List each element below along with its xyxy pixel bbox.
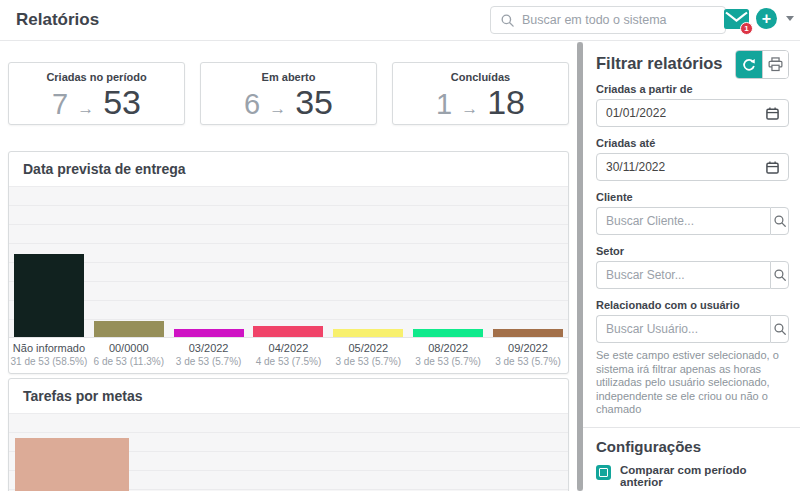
date-field-criadas-ate[interactable] xyxy=(596,153,789,181)
chevron-down-icon[interactable] xyxy=(786,16,794,21)
search-icon xyxy=(773,214,787,228)
category-label: 00/0000 xyxy=(89,342,169,354)
category-label: 03/2022 xyxy=(169,342,249,354)
field-label-criadas-ate: Criadas até xyxy=(596,137,789,149)
search-icon xyxy=(773,268,787,282)
bar-04-2022 xyxy=(253,326,323,337)
date-input-criadas-a-partir[interactable] xyxy=(606,106,766,120)
category-sublabel: 3 de 53 (5.7%) xyxy=(408,356,488,367)
field-label-criadas-a-partir: Criadas a partir de xyxy=(596,83,789,95)
search-field-setor xyxy=(596,261,789,289)
category-sublabel: 6 de 53 (11.3%) xyxy=(89,356,169,367)
category-sublabel: 31 de 53 (58.5%) xyxy=(9,356,89,367)
field-label-relacionado-usuario: Relacionado com o usuário xyxy=(596,299,789,311)
messages-icon[interactable]: 1 xyxy=(724,9,749,29)
app-window: Relatórios 1 + Criadas no perí xyxy=(0,0,800,491)
bar-05-2022 xyxy=(333,329,403,337)
date-field-criadas-a-partir[interactable] xyxy=(596,99,789,127)
bar-09-2022 xyxy=(493,329,563,337)
main-content: Criadas no período 7 → 53 Em aberto 6 → … xyxy=(0,42,577,491)
category-label: 05/2022 xyxy=(328,342,408,354)
stat-card-criadas: Criadas no período 7 → 53 xyxy=(8,62,185,125)
cliente-search-button[interactable] xyxy=(770,207,789,235)
compare-period-option: Comparar com período anterior Ao marcar … xyxy=(596,464,789,491)
stat-cards-row: Criadas no período 7 → 53 Em aberto 6 → … xyxy=(8,62,569,125)
usuario-search-input[interactable] xyxy=(596,315,770,343)
refresh-button[interactable] xyxy=(736,51,762,78)
sidebar-divider xyxy=(583,427,800,428)
category-sublabel: 3 de 53 (5.7%) xyxy=(488,356,568,367)
category-label: 04/2022 xyxy=(249,342,329,354)
compare-period-label[interactable]: Comparar com período anterior xyxy=(620,464,789,488)
search-icon xyxy=(500,13,515,28)
tarefas-bar xyxy=(15,438,129,491)
chart-title: Data prevista de entrega xyxy=(9,152,568,187)
search-field-cliente xyxy=(596,207,789,235)
search-field-usuario xyxy=(596,315,789,343)
category-sublabel: 3 de 53 (5.7%) xyxy=(328,356,408,367)
usuario-help-text: Se este campo estiver selecionado, o sis… xyxy=(596,349,789,417)
printer-icon xyxy=(768,57,783,72)
top-header: Relatórios 1 + xyxy=(0,0,800,41)
bar-00-0000 xyxy=(94,321,164,337)
stat-current-value: 18 xyxy=(487,83,525,122)
chart-title: Tarefas por metas xyxy=(9,379,568,414)
search-icon xyxy=(773,322,787,336)
category-label: Não informado xyxy=(9,342,89,354)
setor-search-input[interactable] xyxy=(596,261,770,289)
global-search-input[interactable] xyxy=(522,13,716,27)
field-label-cliente: Cliente xyxy=(596,191,789,203)
stat-card-label: Criadas no período xyxy=(9,71,184,83)
stat-card-label: Concluídas xyxy=(393,71,568,83)
stat-card-em-aberto: Em aberto 6 → 35 xyxy=(200,62,377,125)
stat-card-label: Em aberto xyxy=(201,71,376,83)
stat-card-concluidas: Concluídas 1 → 18 xyxy=(392,62,569,125)
category-label: 08/2022 xyxy=(408,342,488,354)
category-label: 09/2022 xyxy=(488,342,568,354)
bar-03-2022 xyxy=(174,329,244,337)
stat-current-value: 53 xyxy=(103,83,141,122)
add-button[interactable]: + xyxy=(756,8,777,29)
stat-previous-value: 6 xyxy=(244,88,260,121)
field-label-setor: Setor xyxy=(596,245,789,257)
global-search[interactable] xyxy=(490,6,726,34)
arrow-right-icon: → xyxy=(269,99,286,119)
chart-panel-tarefas-por-metas: Tarefas por metas xyxy=(8,378,569,491)
category-sublabel: 4 de 53 (7.5%) xyxy=(249,356,329,367)
date-input-criadas-ate[interactable] xyxy=(606,160,766,174)
settings-title: Configurações xyxy=(596,438,789,455)
stat-previous-value: 7 xyxy=(52,88,68,121)
calendar-icon[interactable] xyxy=(766,107,779,120)
stat-previous-value: 1 xyxy=(436,88,452,121)
stat-current-value: 35 xyxy=(295,83,333,122)
arrow-right-icon: → xyxy=(461,99,478,119)
bar-chart-plot-2 xyxy=(9,414,568,491)
refresh-icon xyxy=(742,58,756,72)
sidebar-actions xyxy=(735,50,789,79)
compare-period-checkbox[interactable] xyxy=(596,465,611,480)
bar-nao-informado xyxy=(14,254,84,337)
bar-chart-plot xyxy=(9,187,568,338)
chart-panel-data-prevista: Data prevista de entrega Não informado 3… xyxy=(8,151,569,374)
print-button[interactable] xyxy=(762,51,788,78)
arrow-right-icon: → xyxy=(77,99,94,119)
x-axis-labels: Não informado 31 de 53 (58.5%) 00/0000 6… xyxy=(9,338,568,373)
calendar-icon[interactable] xyxy=(766,161,779,174)
bar-08-2022 xyxy=(413,329,483,337)
setor-search-button[interactable] xyxy=(770,261,789,289)
filter-sidebar: Filtrar relatórios Criadas a partir de xyxy=(583,42,800,491)
cliente-search-input[interactable] xyxy=(596,207,770,235)
category-sublabel: 3 de 53 (5.7%) xyxy=(169,356,249,367)
usuario-search-button[interactable] xyxy=(770,315,789,343)
messages-badge: 1 xyxy=(740,22,753,35)
page-title: Relatórios xyxy=(16,10,99,30)
